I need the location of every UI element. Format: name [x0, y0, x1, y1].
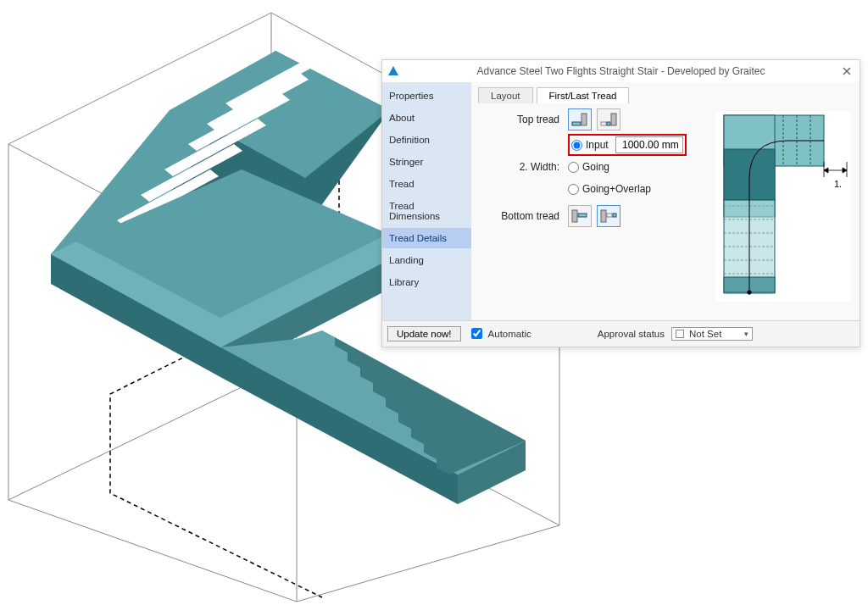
bottom-tread-option-1[interactable]	[568, 205, 592, 227]
approval-status-label: Approval status	[598, 329, 665, 339]
width-input-field[interactable]	[615, 136, 683, 153]
svg-marker-19	[388, 66, 398, 75]
sidebar-item-tread[interactable]: Tread	[382, 174, 471, 194]
sidebar-item-definition[interactable]: Definition	[382, 130, 471, 150]
update-now-button[interactable]: Update now!	[387, 326, 461, 341]
svg-rect-31	[601, 210, 606, 222]
dialog-title: Advance Steel Two Flights Straight Stair…	[404, 65, 837, 77]
diagram-dim-label: 1.	[834, 179, 842, 189]
radio-input-wrap: Input	[571, 139, 609, 151]
svg-rect-29	[607, 214, 612, 217]
svg-rect-22	[572, 122, 581, 125]
close-icon[interactable]	[837, 64, 856, 79]
svg-rect-26	[611, 114, 616, 125]
label-top-tread: Top tread	[478, 114, 563, 125]
chevron-down-icon: ▾	[744, 330, 748, 338]
svg-rect-25	[607, 122, 610, 125]
approval-status-value: Not Set	[689, 329, 721, 339]
label-width: 2. Width:	[478, 161, 563, 173]
approval-swatch-icon	[676, 330, 684, 338]
svg-rect-27	[578, 214, 587, 217]
sidebar-item-tread-details[interactable]: Tread Details	[382, 228, 471, 248]
sidebar-nav: Properties About Definition Stringer Tre…	[382, 82, 471, 320]
sidebar-item-library[interactable]: Library	[382, 272, 471, 292]
stair-plan-diagram: 1.	[715, 111, 851, 302]
radio-going-wrap: Going	[568, 161, 609, 173]
sidebar-item-about[interactable]: About	[382, 108, 471, 128]
automatic-label: Automatic	[488, 329, 531, 339]
radio-going-overlap[interactable]	[568, 184, 579, 195]
svg-point-47	[748, 291, 751, 294]
input-highlight: Input	[568, 134, 687, 156]
label-bottom-tread: Bottom tread	[478, 210, 563, 222]
top-tread-option-1[interactable]	[568, 108, 592, 130]
dialog-titlebar: Advance Steel Two Flights Straight Stair…	[382, 60, 860, 82]
dialog-body: Properties About Definition Stringer Tre…	[382, 82, 860, 320]
tabs: Layout First/Last Tread	[478, 87, 853, 103]
bottom-tread-option-2[interactable]	[597, 205, 620, 227]
tab-first-last-tread[interactable]: First/Last Tread	[537, 87, 630, 103]
svg-rect-28	[572, 210, 577, 222]
automatic-wrap: Automatic	[468, 325, 531, 341]
radio-going-overlap-label: Going+Overlap	[582, 183, 651, 195]
radio-going-overlap-wrap: Going+Overlap	[568, 183, 651, 195]
svg-rect-24	[601, 122, 606, 125]
radio-input[interactable]	[571, 140, 582, 151]
radio-input-label: Input	[586, 139, 609, 151]
radio-going[interactable]	[568, 162, 579, 173]
automatic-checkbox[interactable]	[471, 328, 482, 339]
app-icon	[387, 65, 399, 77]
svg-rect-23	[581, 114, 587, 125]
svg-rect-30	[613, 214, 616, 217]
top-tread-option-2[interactable]	[597, 108, 620, 130]
dialog-bottom-bar: Update now! Automatic Approval status No…	[382, 320, 860, 347]
tab-layout[interactable]: Layout	[478, 87, 533, 103]
sidebar-item-properties[interactable]: Properties	[382, 86, 471, 106]
sidebar-item-stringer[interactable]: Stringer	[382, 152, 471, 172]
sidebar-item-landing[interactable]: Landing	[382, 250, 471, 270]
radio-going-label: Going	[582, 161, 609, 173]
dialog-main: Layout First/Last Tread Top tread	[471, 82, 860, 320]
stair-dialog: Advance Steel Two Flights Straight Stair…	[381, 59, 860, 347]
sidebar-item-tread-dimensions[interactable]: Tread Dimensions	[382, 196, 471, 226]
approval-status-dropdown[interactable]: Not Set ▾	[671, 327, 753, 341]
